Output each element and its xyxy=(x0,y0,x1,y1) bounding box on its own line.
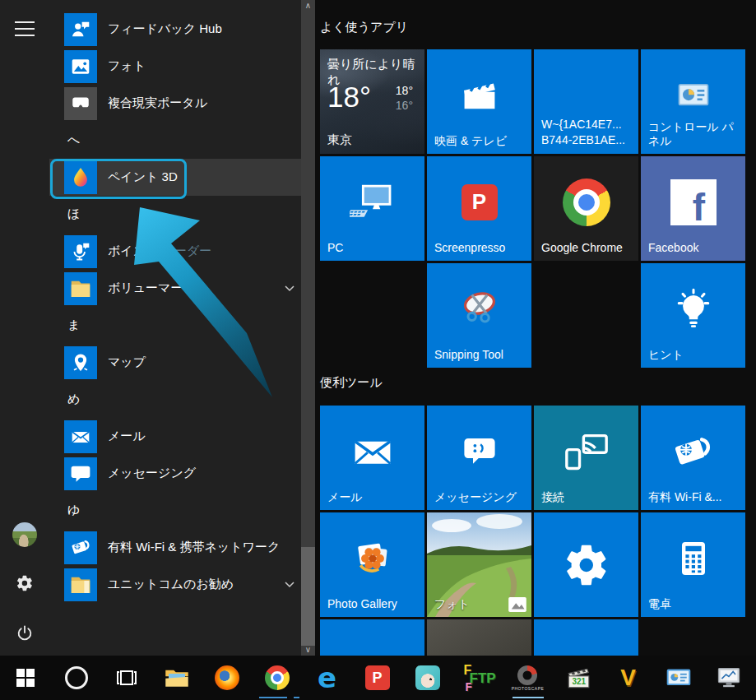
tile-settings[interactable] xyxy=(534,512,638,617)
tile-screenpresso[interactable]: P Screenpresso xyxy=(427,156,531,261)
weather-low: 16° xyxy=(396,99,413,112)
taskbar-media-player-321[interactable]: 321 xyxy=(553,656,603,700)
mail-icon xyxy=(64,420,97,453)
tile-area: よく使うアプリ 曇り所により晴れ 18° 18° 16° 東京 映画 & テレビ xyxy=(315,0,756,656)
empty-cell xyxy=(534,263,638,368)
weather-high: 18° xyxy=(396,84,413,97)
tile-unknown-app[interactable]: W~{1AC14E7... B744-2EB1AE... xyxy=(534,49,638,154)
tile-label: メール xyxy=(327,490,420,504)
taskbar-firefox[interactable] xyxy=(202,656,252,700)
app-item-label: 有料 Wi-Fi & 携帯ネットワーク xyxy=(108,540,280,555)
tile-photos-live[interactable]: フォト xyxy=(427,512,531,617)
chevron-down-icon[interactable] xyxy=(285,582,295,588)
taskbar-cortana[interactable] xyxy=(51,656,101,700)
mixed-reality-portal-icon xyxy=(64,87,97,120)
start-button[interactable] xyxy=(0,656,51,700)
chevron-down-icon[interactable] xyxy=(285,285,295,292)
tile-weather[interactable]: 曇り所により晴れ 18° 18° 16° 東京 xyxy=(320,49,424,154)
tile-snipping-tool[interactable]: Snipping Tool xyxy=(427,263,531,368)
tile-movies-tv[interactable]: 映画 & テレビ xyxy=(427,49,531,154)
app-item-label: フォト xyxy=(108,58,146,74)
taskbar: e P F F FTP PHOTOSCAPE 321 xyxy=(0,656,756,700)
tile-calculator[interactable]: 電卓 xyxy=(641,512,745,617)
taskbar-system-monitor[interactable] xyxy=(703,656,754,700)
facebook-icon: f xyxy=(641,156,745,248)
taskbar-screenpresso[interactable]: P xyxy=(352,656,402,700)
hamburger-icon xyxy=(15,19,35,39)
section-header-he[interactable]: へ xyxy=(49,122,306,159)
app-item-photos[interactable]: フォト xyxy=(49,48,306,85)
app-item-maps[interactable]: マップ xyxy=(49,344,306,381)
tile-partial-photo[interactable] xyxy=(427,619,531,656)
section-header-ho[interactable]: ほ xyxy=(49,196,306,233)
app-list-scrollbar[interactable]: ∧ ∨ xyxy=(301,0,315,656)
tile-partial-1[interactable] xyxy=(320,619,424,656)
app-item-label: メッセージング xyxy=(108,466,196,481)
app-item-voice-recorder[interactable]: ボイス レコーダー xyxy=(49,233,306,270)
anime-character-icon xyxy=(415,665,440,690)
app-item-unitcom-folder[interactable]: ユニットコムのお勧め xyxy=(49,566,306,603)
scroll-up-arrow[interactable]: ∧ xyxy=(301,0,315,12)
tile-google-chrome[interactable]: Google Chrome xyxy=(534,156,638,261)
tile-connect[interactable]: 接続 xyxy=(534,406,638,510)
taskbar-file-explorer[interactable] xyxy=(151,656,202,700)
app-item-volume-folder[interactable]: ボリューマー xyxy=(49,270,306,307)
tile-mail[interactable]: メール xyxy=(320,406,424,510)
taskbar-voice-app[interactable] xyxy=(402,656,452,700)
paint-3d-icon xyxy=(64,161,97,194)
section-label: ま xyxy=(67,318,80,333)
task-view-icon xyxy=(115,668,138,688)
section-label: へ xyxy=(67,132,80,148)
app-item-paint-3d[interactable]: ペイント 3D xyxy=(49,159,306,196)
start-menu: フィードバック Hub フォト 複合現実ポータル へ xyxy=(0,0,756,656)
section-header-me[interactable]: め xyxy=(49,381,306,418)
user-account-button[interactable] xyxy=(0,517,49,553)
taskbar-freemake[interactable]: V xyxy=(603,656,653,700)
app-item-paid-wifi[interactable]: 有料 Wi-Fi & 携帯ネットワーク xyxy=(49,529,306,566)
tile-partial-2[interactable] xyxy=(534,619,638,656)
tile-paid-wifi[interactable]: 有料 Wi-Fi &... xyxy=(641,406,745,510)
feedback-hub-icon xyxy=(64,13,97,46)
taskbar-photoscape[interactable]: PHOTOSCAPE xyxy=(503,656,553,700)
scroll-down-arrow[interactable]: ∨ xyxy=(301,644,315,656)
app-item-feedback-hub[interactable]: フィードバック Hub xyxy=(49,11,306,48)
tile-label: メッセージング xyxy=(434,490,526,504)
tile-label: コントロール パネル xyxy=(648,120,740,148)
tile-tips[interactable]: ヒント xyxy=(641,263,745,368)
tile-facebook[interactable]: f Facebook xyxy=(641,156,745,261)
tile-pc[interactable]: PC xyxy=(320,156,424,261)
section-header-ma[interactable]: ま xyxy=(49,307,306,344)
tile-photo-gallery[interactable]: Photo Gallery xyxy=(320,512,424,617)
empty-cell xyxy=(320,263,424,368)
power-button[interactable] xyxy=(0,615,49,651)
system-monitor-icon xyxy=(716,666,742,689)
section-header-yu[interactable]: ゆ xyxy=(49,492,306,529)
tile-control-panel[interactable]: コントロール パネル xyxy=(641,49,745,154)
taskbar-edge[interactable]: e xyxy=(302,656,352,700)
photos-icon xyxy=(64,50,97,83)
clapperboard-icon xyxy=(427,49,531,141)
tile-messaging[interactable]: メッセージング xyxy=(427,406,531,510)
app-item-mixed-reality-portal[interactable]: 複合現実ポータル xyxy=(49,85,306,122)
taskbar-chrome[interactable] xyxy=(252,656,302,700)
app-item-label: ボリューマー xyxy=(108,280,183,296)
taskbar-ffftp[interactable]: F F FTP xyxy=(452,656,503,700)
scrollbar-thumb[interactable] xyxy=(301,547,315,646)
chrome-icon xyxy=(534,156,638,248)
app-list: フィードバック Hub フォト 複合現実ポータル へ xyxy=(49,11,306,603)
tile-label: Facebook xyxy=(648,241,740,255)
control-panel-icon xyxy=(666,667,692,688)
ffftp-icon: F F FTP xyxy=(464,665,492,690)
weather-temperature: 18° xyxy=(327,81,371,114)
taskbar-control-panel[interactable] xyxy=(653,656,703,700)
app-item-mail[interactable]: メール xyxy=(49,418,306,455)
photo-badge-icon xyxy=(508,597,526,612)
media-player-321-icon: 321 xyxy=(566,666,591,689)
app-item-label: マップ xyxy=(108,355,146,370)
settings-button[interactable] xyxy=(0,565,49,601)
taskbar-task-view[interactable] xyxy=(101,656,151,700)
windows-desktop: フィードバック Hub フォト 複合現実ポータル へ xyxy=(0,0,756,700)
app-item-messaging[interactable]: メッセージング xyxy=(49,455,306,492)
mail-icon xyxy=(320,406,424,497)
expand-menu-button[interactable] xyxy=(0,11,49,47)
